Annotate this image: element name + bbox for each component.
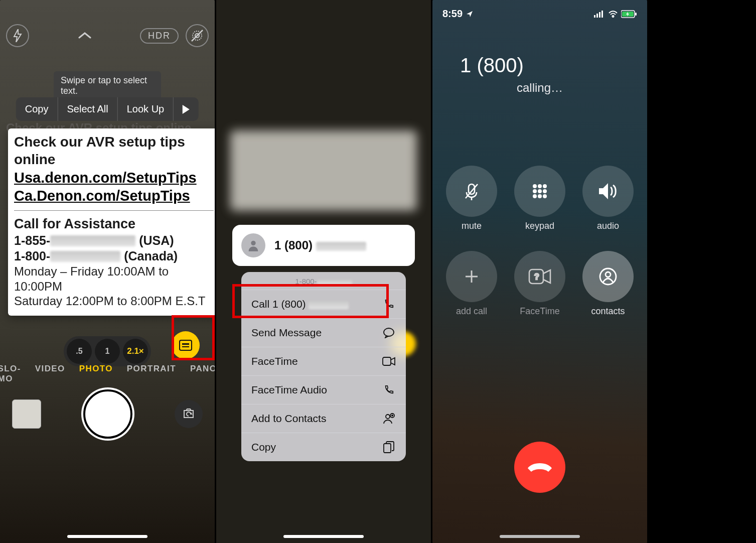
zoom-0-5x[interactable]: .5 [67, 339, 92, 364]
annotation-highlight [232, 284, 389, 318]
shutter-button[interactable] [83, 389, 132, 439]
flip-camera-icon[interactable] [175, 400, 203, 428]
chevron-up-icon[interactable] [73, 24, 96, 47]
svg-point-23 [543, 189, 547, 193]
audio-button[interactable] [582, 166, 634, 217]
select-all-action[interactable]: Select All [58, 97, 117, 121]
card-title: Check our AVR setup tips online [14, 133, 214, 168]
svg-text:?: ? [534, 273, 539, 281]
menu-facetime-audio[interactable]: FaceTime Audio [241, 375, 406, 404]
status-time: 8:59 [442, 8, 463, 20]
text-action-menu: Copy Select All Look Up [16, 97, 199, 121]
svg-point-3 [251, 241, 255, 245]
contacts-cell: contacts [580, 251, 636, 326]
phone-icon [382, 383, 396, 397]
menu-copy[interactable]: Copy [241, 433, 406, 461]
camera-mode-strip[interactable]: SLO-MO VIDEO PHOTO PORTRAIT PANO [0, 364, 215, 378]
hours-line-2: Saturday 12:00PM to 8:00PM E.S.T [14, 294, 214, 309]
last-photo-thumbnail[interactable] [12, 399, 41, 429]
calling-screen: 8:59 1 (800) calling… mute ke [432, 0, 647, 543]
facetime-button[interactable]: ? [514, 251, 565, 302]
svg-point-6 [386, 415, 390, 419]
live-photo-off-icon[interactable] [186, 24, 209, 47]
menu-facetime[interactable]: FaceTime [241, 347, 406, 375]
zoom-2-1x[interactable]: 2.1× [123, 339, 148, 364]
mute-button[interactable] [446, 166, 497, 217]
svg-point-20 [543, 184, 547, 188]
audio-cell: audio [580, 166, 636, 241]
call-header: 1 (800) calling… [432, 54, 647, 95]
live-text-hint: Swipe or tap to select text. [54, 71, 161, 100]
call-number: 1 (800) [460, 54, 524, 76]
svg-point-26 [543, 194, 547, 198]
svg-point-25 [538, 194, 542, 198]
svg-rect-12 [601, 11, 603, 18]
hdr-toggle[interactable]: HDR [140, 28, 179, 44]
keypad-cell: keypad [512, 166, 567, 241]
hours-line-1: Monday – Friday 10:00AM to 10:00PM [14, 264, 214, 294]
assistance-heading: Call for Assistance [14, 216, 214, 232]
svg-rect-10 [596, 14, 598, 18]
keypad-label: keypad [512, 221, 567, 231]
cellular-icon [594, 11, 605, 18]
detected-text-card[interactable]: Check our AVR setup tips online Usa.deno… [8, 128, 215, 316]
svg-point-21 [533, 189, 537, 193]
svg-rect-8 [384, 444, 391, 453]
end-call-button[interactable] [514, 442, 565, 493]
copy-icon [382, 440, 396, 454]
contacts-label: contacts [580, 306, 636, 317]
flash-icon[interactable] [6, 24, 29, 47]
setup-link-us[interactable]: Usa.denon.com/SetupTips [14, 169, 214, 187]
modal-blur[interactable] [216, 0, 431, 543]
wifi-icon [608, 11, 618, 18]
context-menu-screen: 1 (800) 1-800- Call 1 (800) Send Message… [216, 0, 431, 543]
svg-rect-9 [594, 15, 595, 18]
facetime-label: FaceTime [512, 306, 567, 317]
menu-send-message[interactable]: Send Message [241, 318, 406, 347]
contact-header[interactable]: 1 (800) [232, 225, 415, 266]
svg-point-18 [533, 184, 537, 188]
audio-label: audio [580, 221, 636, 231]
more-actions-arrow[interactable] [174, 99, 199, 120]
svg-point-19 [538, 184, 542, 188]
call-status: calling… [432, 81, 647, 95]
svg-point-22 [538, 189, 542, 193]
add-call-button[interactable] [446, 251, 497, 302]
annotation-highlight [172, 315, 215, 360]
phone-canada[interactable]: 1-800- (Canada) [14, 248, 214, 264]
mode-pano[interactable]: PANO [190, 364, 215, 378]
svg-line-2 [192, 30, 203, 41]
svg-rect-11 [599, 12, 600, 18]
camera-top-controls: HDR [0, 24, 215, 47]
contacts-button[interactable] [582, 251, 634, 302]
battery-charging-icon [621, 10, 637, 18]
menu-add-to-contacts[interactable]: Add to Contacts [241, 404, 406, 433]
facetime-video-icon [382, 354, 396, 368]
facetime-cell: ? FaceTime [512, 251, 567, 326]
camera-screen: HDR Swipe or tap to select text. Copy Se… [0, 0, 215, 543]
svg-point-4 [384, 328, 394, 336]
mute-cell: mute [444, 166, 499, 241]
contact-number: 1 (800) [274, 238, 366, 252]
zoom-1x[interactable]: 1 [95, 339, 120, 364]
keypad-button[interactable] [514, 166, 565, 217]
home-indicator[interactable] [67, 535, 147, 538]
mode-video[interactable]: VIDEO [35, 364, 65, 378]
location-icon [466, 10, 474, 18]
blurred-text-card [230, 130, 417, 211]
mode-photo[interactable]: PHOTO [79, 364, 113, 378]
setup-link-ca[interactable]: Ca.Denon.com/SetupTips [14, 187, 214, 205]
add-call-label: add call [444, 306, 499, 317]
home-indicator[interactable] [500, 535, 580, 538]
add-call-cell: add call [444, 251, 499, 326]
phone-usa[interactable]: 1-855- (USA) [14, 233, 214, 248]
mode-portrait[interactable]: PORTRAIT [127, 364, 176, 378]
divider [14, 210, 214, 211]
redacted-number [50, 251, 120, 262]
mode-slomo[interactable]: SLO-MO [0, 364, 21, 378]
home-indicator[interactable] [283, 535, 364, 538]
redacted-number [316, 242, 366, 251]
zoom-control[interactable]: .5 1 2.1× [64, 336, 151, 366]
look-up-action[interactable]: Look Up [118, 97, 174, 121]
copy-action[interactable]: Copy [16, 97, 58, 121]
